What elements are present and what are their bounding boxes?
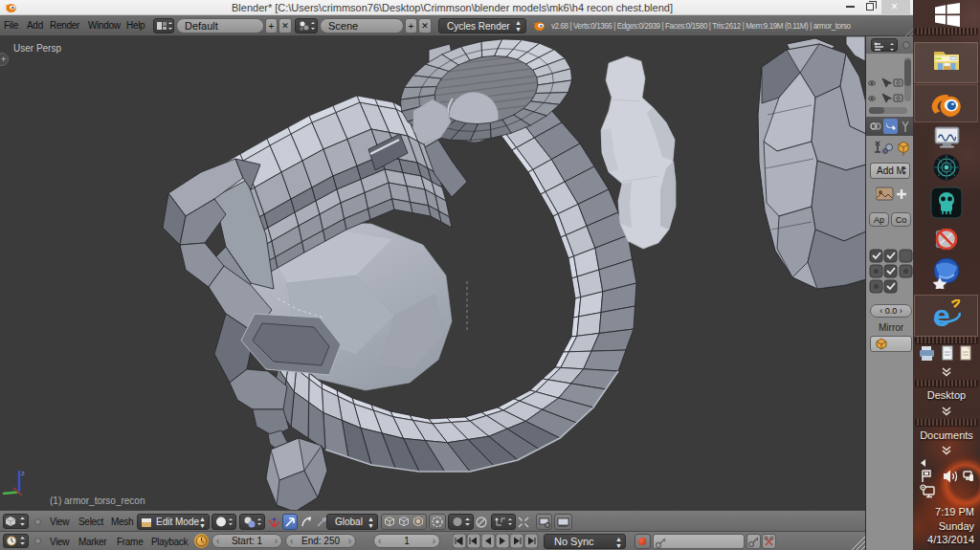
svg-text:e: e	[933, 299, 950, 332]
